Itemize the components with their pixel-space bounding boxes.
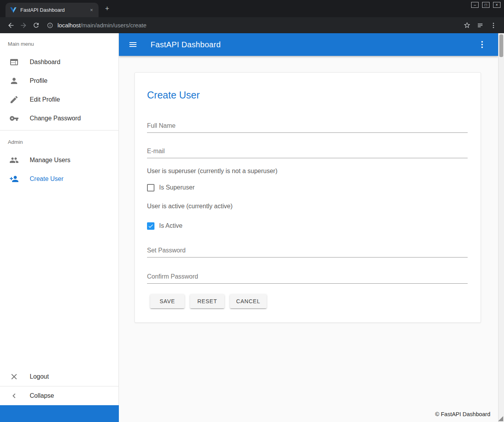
sidebar-section-admin: Admin xyxy=(0,133,118,151)
browser-menu-icon[interactable] xyxy=(488,20,499,31)
close-icon xyxy=(9,372,19,381)
sidebar-item-profile[interactable]: Profile xyxy=(0,72,118,90)
app-title: FastAPI Dashboard xyxy=(151,40,477,49)
cancel-button[interactable]: CANCEL xyxy=(230,294,267,308)
confirm-password-input[interactable] xyxy=(147,273,468,284)
window-maximize-button[interactable]: □ xyxy=(482,2,490,8)
page-info-icon[interactable] xyxy=(47,22,53,29)
person-add-icon xyxy=(9,174,19,184)
main-content: Create User User is superuser (currently… xyxy=(119,56,498,422)
set-password-input[interactable] xyxy=(147,247,468,257)
full-name-input[interactable] xyxy=(147,122,468,133)
sidebar-item-label: Dashboard xyxy=(30,59,60,66)
browser-window: FastAPI Dashboard × + – □ × localhost/ma… xyxy=(0,0,504,422)
sidebar-item-label: Profile xyxy=(30,77,47,84)
person-icon xyxy=(9,76,19,86)
browser-tab[interactable]: FastAPI Dashboard × xyxy=(5,3,99,17)
sidebar-item-label: Create User xyxy=(30,175,63,182)
sidebar-item-label: Collapse xyxy=(30,392,54,399)
people-icon xyxy=(9,156,19,165)
key-icon xyxy=(9,114,19,123)
reset-button[interactable]: RESET xyxy=(190,294,224,308)
vuetify-logo-icon xyxy=(10,7,17,13)
sidebar-item-collapse[interactable]: Collapse xyxy=(0,386,118,405)
sidebar-item-logout[interactable]: Logout xyxy=(0,367,118,386)
dashboard-icon xyxy=(9,57,19,67)
hamburger-menu-icon[interactable] xyxy=(128,40,138,49)
page-scrollbar[interactable] xyxy=(498,33,504,422)
is-active-checkbox[interactable]: Is Active xyxy=(147,221,468,231)
sidebar-item-label: Logout xyxy=(30,373,49,380)
resize-grip-icon[interactable] xyxy=(498,416,503,421)
tab-close-icon[interactable]: × xyxy=(88,6,95,14)
checkbox-label: Is Superuser xyxy=(159,184,195,191)
sidebar-item-create-user[interactable]: Create User xyxy=(0,170,118,188)
chevron-left-icon xyxy=(9,391,19,401)
is-superuser-checkbox[interactable]: Is Superuser xyxy=(147,182,468,193)
window-minimize-button[interactable]: – xyxy=(471,2,479,8)
sidebar-divider xyxy=(0,130,118,131)
create-user-card: Create User User is superuser (currently… xyxy=(135,72,481,323)
address-bar[interactable]: localhost/main/admin/users/create xyxy=(47,22,459,29)
sidebar-item-label: Change Password xyxy=(30,115,81,122)
sidebar: Main menu Dashboard Profile Edit Profile… xyxy=(0,33,119,405)
sidebar-item-label: Edit Profile xyxy=(30,96,60,103)
bookmark-star-icon[interactable] xyxy=(461,20,473,31)
active-hint: User is active (currently active) xyxy=(147,203,468,210)
save-button[interactable]: SAVE xyxy=(150,294,185,308)
tab-title: FastAPI Dashboard xyxy=(20,7,88,13)
app-menu-icon[interactable] xyxy=(477,40,487,49)
form-actions: SAVE RESET CANCEL xyxy=(150,294,468,308)
checkbox-checked-icon xyxy=(147,222,154,230)
superuser-hint: User is superuser (currently is not a su… xyxy=(147,168,468,175)
footer-copyright: © FastAPI Dashboard xyxy=(119,406,498,422)
url-host: localhost xyxy=(57,22,81,29)
new-tab-button[interactable]: + xyxy=(102,4,112,13)
scrollbar-thumb[interactable] xyxy=(499,34,503,57)
window-controls: – □ × xyxy=(471,2,500,8)
footer-bar xyxy=(0,405,119,422)
reload-button[interactable] xyxy=(30,19,42,32)
sidebar-item-manage-users[interactable]: Manage Users xyxy=(0,151,118,170)
url-path: /main/admin/users/create xyxy=(81,22,146,29)
sidebar-item-change-password[interactable]: Change Password xyxy=(0,109,118,128)
browser-addressbar: localhost/main/admin/users/create xyxy=(0,17,504,33)
pencil-icon xyxy=(9,95,19,104)
sidebar-bottom: Logout Collapse xyxy=(0,367,118,405)
email-input[interactable] xyxy=(147,148,468,158)
sidebar-item-label: Manage Users xyxy=(30,157,70,164)
window-close-button[interactable]: × xyxy=(493,2,500,8)
checkbox-unchecked-icon xyxy=(147,184,154,191)
browser-titlebar: FastAPI Dashboard × + – □ × xyxy=(0,0,504,17)
checkbox-label: Is Active xyxy=(159,222,183,229)
back-button[interactable] xyxy=(5,19,17,32)
sidebar-item-dashboard[interactable]: Dashboard xyxy=(0,53,118,72)
forward-button[interactable] xyxy=(17,19,30,32)
app-bar: FastAPI Dashboard xyxy=(119,33,498,56)
extensions-icon[interactable] xyxy=(474,20,486,31)
page-title: Create User xyxy=(147,89,468,101)
sidebar-section-main-menu: Main menu xyxy=(0,35,118,53)
sidebar-item-edit-profile[interactable]: Edit Profile xyxy=(0,90,118,109)
